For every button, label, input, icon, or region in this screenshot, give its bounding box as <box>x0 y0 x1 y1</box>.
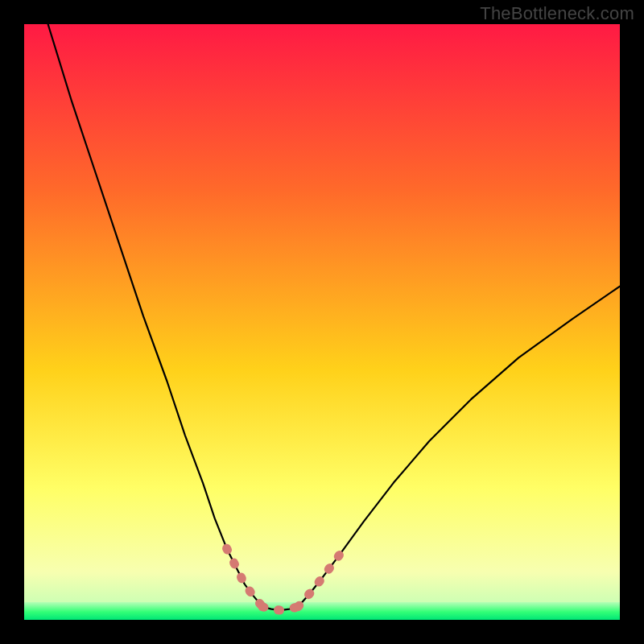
plot-area <box>24 24 620 620</box>
highlight-valley-floor <box>262 607 298 610</box>
curve-left <box>48 24 262 607</box>
chart-stage: TheBottleneck.com <box>0 0 644 644</box>
curve-right <box>298 287 620 607</box>
watermark-text: TheBottleneck.com <box>480 3 634 24</box>
curve-layer <box>24 24 620 620</box>
